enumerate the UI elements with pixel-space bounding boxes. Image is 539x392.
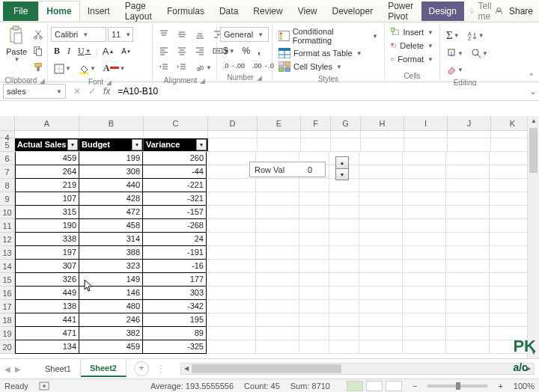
cell-F14[interactable] [299, 260, 329, 273]
cell-C15[interactable]: 177 [142, 273, 207, 287]
cell-B12[interactable]: 314 [79, 233, 143, 246]
cell-J17[interactable] [446, 300, 490, 313]
cell-B9[interactable]: 428 [79, 192, 143, 206]
vertical-scrollbar[interactable]: ▲ ▼ [527, 116, 539, 358]
cell-H4[interactable] [361, 131, 404, 138]
cell-E16[interactable] [256, 287, 299, 300]
cell-I17[interactable] [403, 300, 446, 313]
cell-A9[interactable]: 107 [15, 192, 79, 206]
cell-C9[interactable]: -321 [142, 192, 207, 206]
cell-K12[interactable] [490, 233, 527, 246]
font-name-select[interactable]: Calibri▼ [51, 27, 106, 42]
tab-design[interactable]: Design [421, 1, 464, 21]
cell-G14[interactable] [329, 260, 359, 273]
cell-F5[interactable] [301, 138, 331, 152]
cut-button[interactable] [30, 27, 46, 42]
cell-D16[interactable] [207, 287, 256, 300]
cell-G4[interactable] [331, 131, 361, 138]
scroll-thumb[interactable] [529, 128, 538, 173]
cell-A17[interactable]: 138 [15, 300, 79, 313]
cell-D15[interactable] [207, 273, 256, 287]
scroll-left-icon[interactable]: ◀ [181, 364, 192, 374]
cell-G11[interactable] [329, 219, 359, 233]
format-painter-button[interactable] [30, 60, 46, 75]
column-header-C[interactable]: C [144, 116, 208, 131]
decrease-font-button[interactable]: A▼ [118, 45, 134, 58]
row-header-18[interactable]: 18 [0, 313, 15, 327]
cell-I12[interactable] [403, 233, 446, 246]
cell-C16[interactable]: 303 [142, 287, 207, 300]
cancel-formula-icon[interactable]: ✕ [73, 86, 81, 97]
format-as-table-button[interactable]: Format as Table▼ [275, 46, 381, 60]
cell-A14[interactable]: 307 [15, 260, 79, 273]
tab-file[interactable]: File [3, 1, 38, 21]
number-format-select[interactable]: General▼ [220, 27, 269, 42]
align-middle-button[interactable] [174, 27, 190, 42]
cell-J10[interactable] [446, 206, 490, 219]
spinner-down-button[interactable]: ▼ [335, 168, 349, 180]
cell-B8[interactable]: 440 [79, 179, 143, 192]
cell-I14[interactable] [403, 260, 446, 273]
cell-H10[interactable] [359, 206, 403, 219]
cell-styles-button[interactable]: Cell Styles▼ [275, 60, 381, 73]
row-header-19[interactable]: 19 [0, 327, 15, 340]
row-header-12[interactable]: 12 [0, 233, 15, 246]
row-header-4[interactable]: 4 [0, 131, 15, 138]
increase-indent-button[interactable] [174, 60, 190, 75]
cell-A8[interactable]: 219 [15, 179, 79, 192]
cell-I10[interactable] [403, 206, 446, 219]
cell-D11[interactable] [207, 219, 256, 233]
select-all-corner[interactable] [0, 116, 15, 131]
cell-F19[interactable] [299, 327, 329, 340]
sheet-tab-sheet2[interactable]: Sheet2 [81, 361, 127, 377]
column-header-B[interactable]: B [79, 116, 144, 131]
cell-E10[interactable] [256, 206, 299, 219]
zoom-thumb[interactable] [456, 382, 460, 390]
table-header-actual-sales[interactable]: Actual Sales▼ [15, 138, 79, 152]
cell-K7[interactable] [490, 165, 527, 179]
cell-F11[interactable] [299, 219, 329, 233]
tab-developer[interactable]: Developer [324, 1, 380, 21]
cell-F9[interactable] [299, 192, 329, 206]
dialog-launcher-icon[interactable]: ◢ [40, 77, 45, 85]
cell-C11[interactable]: -268 [142, 219, 207, 233]
cell-F18[interactable] [299, 313, 329, 327]
cell-D4[interactable] [208, 131, 258, 138]
increase-decimal-button[interactable]: .0→.00 [220, 60, 248, 72]
cell-G18[interactable] [329, 313, 359, 327]
cell-E14[interactable] [256, 260, 299, 273]
align-right-button[interactable] [192, 43, 208, 58]
cell-D13[interactable] [207, 246, 256, 260]
cell-H7[interactable] [359, 165, 403, 179]
tab-power-pivot[interactable]: Power Pivot [380, 0, 421, 26]
column-header-I[interactable]: I [404, 116, 448, 131]
cell-H20[interactable] [359, 340, 403, 354]
cell-E19[interactable] [256, 327, 299, 340]
cell-H16[interactable] [359, 287, 403, 300]
cell-I16[interactable] [403, 287, 446, 300]
cell-K5[interactable] [491, 138, 527, 152]
zoom-percent[interactable]: 100% [514, 382, 535, 391]
clear-button[interactable]: ▼ [443, 62, 466, 77]
italic-button[interactable]: I [64, 43, 73, 59]
cell-K4[interactable] [491, 131, 527, 138]
cell-E13[interactable] [256, 246, 299, 260]
cell-K16[interactable] [490, 287, 527, 300]
table-header-variance[interactable]: Variance▼ [144, 138, 208, 152]
cell-H14[interactable] [359, 260, 403, 273]
cell-F15[interactable] [299, 273, 329, 287]
cell-A4[interactable] [15, 131, 79, 138]
spinner-control[interactable]: ▲ ▼ [335, 156, 349, 180]
cell-D18[interactable] [207, 313, 256, 327]
cell-G20[interactable] [329, 340, 359, 354]
currency-button[interactable]: $▼ [220, 43, 238, 58]
cell-C10[interactable]: -157 [142, 206, 207, 219]
sheet-nav-next-icon[interactable]: ▶ [15, 365, 21, 373]
cell-D14[interactable] [207, 260, 256, 273]
cell-B20[interactable]: 459 [79, 340, 143, 354]
normal-view-button[interactable] [347, 381, 363, 391]
cell-E8[interactable] [256, 179, 299, 192]
cell-J11[interactable] [446, 219, 490, 233]
conditional-formatting-button[interactable]: Conditional Formatting▼ [275, 25, 381, 46]
cell-I4[interactable] [404, 131, 448, 138]
